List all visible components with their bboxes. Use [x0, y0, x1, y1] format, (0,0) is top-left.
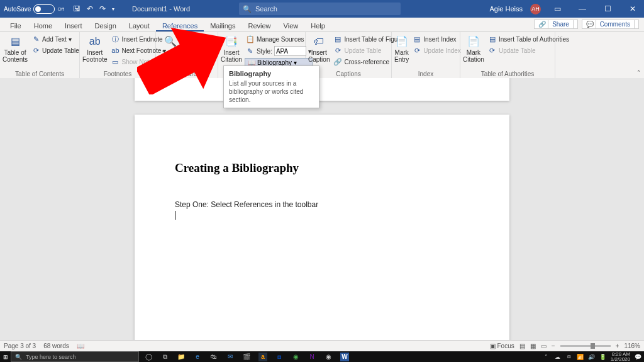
redo-icon[interactable]: ↷	[99, 4, 106, 13]
update-icon: ⟳	[413, 46, 421, 55]
focus-mode-button[interactable]: ▣ Focus	[490, 342, 514, 349]
mark-entry-button[interactable]: 📄 Mark Entry	[394, 34, 409, 69]
onedrive-icon[interactable]: ☁	[554, 354, 562, 360]
doc-heading[interactable]: Creating a Bibliography	[175, 161, 469, 175]
update-icon: ⟳	[488, 46, 497, 55]
group-label: Table of Contents	[3, 69, 77, 79]
spellcheck-icon[interactable]: 📖	[77, 342, 84, 349]
tab-home[interactable]: Home	[28, 20, 58, 31]
comments-button[interactable]: 💬 Comments	[582, 20, 639, 29]
tooltip-title: Bibliography	[229, 70, 314, 77]
toa-icon: ▤	[488, 35, 497, 43]
footnote-icon: ab	[89, 35, 101, 48]
ribbon-options-icon[interactable]: ▭	[548, 4, 566, 13]
tooltip-body: List all your sources in a bibliography …	[229, 79, 314, 104]
endnote-icon: ⓘ	[111, 35, 119, 43]
zoom-level[interactable]: 116%	[624, 342, 640, 349]
taskbar-search[interactable]: 🔍 Type here to search	[11, 351, 139, 362]
index-icon: ▤	[413, 35, 421, 43]
style-input[interactable]	[274, 46, 306, 56]
mail-icon[interactable]: ✉	[226, 353, 235, 361]
tab-design[interactable]: Design	[89, 20, 123, 31]
tab-review[interactable]: Review	[242, 20, 277, 31]
zoom-in-button[interactable]: +	[616, 342, 619, 349]
update-icon: ⟳	[333, 46, 342, 55]
store-icon[interactable]: 🛍	[209, 353, 218, 361]
maximize-icon[interactable]: ☐	[599, 4, 616, 13]
minimize-icon[interactable]: —	[574, 4, 591, 13]
dropbox-icon[interactable]: ⧈	[275, 353, 284, 361]
undo-icon[interactable]: ↶	[87, 4, 93, 13]
mark-citation-button[interactable]: 📄 Mark Citation	[463, 34, 484, 69]
notifications-icon[interactable]: 💬	[634, 354, 641, 360]
svg-marker-0	[137, 25, 231, 94]
read-mode-icon[interactable]: ▤	[519, 342, 525, 349]
tab-help[interactable]: Help	[304, 20, 331, 31]
group-label: Index	[394, 69, 457, 79]
search-icon: 🔍	[15, 354, 22, 360]
web-layout-icon[interactable]: ▭	[541, 342, 547, 349]
volume-icon[interactable]: 🔊	[588, 354, 596, 360]
amazon-icon[interactable]: a	[258, 353, 267, 361]
app-icon[interactable]: ◉	[291, 353, 300, 361]
windows-taskbar: ⊞ 🔍 Type here to search ◯ ⧉ 📁 e 🛍 ✉ 🎬 a …	[0, 351, 644, 362]
zoom-slider[interactable]	[560, 345, 611, 347]
search-box[interactable]: 🔍 Search	[239, 3, 401, 15]
insert-footnote-button[interactable]: ab Insert Footnote	[82, 34, 107, 69]
ribbon-tabs: File Home Insert Design Layout Reference…	[0, 18, 644, 32]
insert-toa-button[interactable]: ▤Insert Table of Authorities	[487, 34, 570, 44]
crossref-icon: 🔗	[333, 57, 342, 66]
tab-view[interactable]: View	[277, 20, 305, 31]
tab-file[interactable]: File	[4, 20, 28, 31]
close-icon[interactable]: ✕	[624, 4, 641, 13]
edge-icon[interactable]: e	[193, 353, 202, 361]
manage-icon: 📋	[246, 35, 255, 43]
document-canvas[interactable]: Creating a Bibliography Step One: Select…	[0, 78, 644, 341]
print-layout-icon[interactable]: ▦	[530, 342, 536, 349]
autosave-toggle[interactable]: AutoSave Off	[4, 4, 64, 14]
status-bar: Page 3 of 3 68 words 📖 ▣ Focus ▤ ▦ ▭ − +…	[0, 340, 644, 351]
dropbox-tray-icon[interactable]: ⧈	[565, 353, 573, 360]
word-count[interactable]: 68 words	[43, 342, 69, 349]
group-label: Captions	[308, 69, 389, 79]
tray-up-icon[interactable]: ˄	[543, 354, 550, 360]
add-text-button[interactable]: ✎Add Text ▾	[30, 34, 80, 44]
next-footnote-icon: ab	[111, 46, 119, 55]
cortana-icon[interactable]: ◯	[144, 353, 153, 361]
user-name[interactable]: Agie Heiss	[489, 5, 523, 13]
citation-style-select[interactable]: ✎Style: ▾	[245, 45, 313, 57]
movies-icon[interactable]: 🎬	[242, 353, 251, 361]
bibliography-tooltip: Bibliography List all your sources in a …	[223, 65, 319, 108]
qat-dropdown-icon[interactable]: ▾	[112, 6, 114, 12]
page-indicator[interactable]: Page 3 of 3	[4, 342, 36, 349]
onenote-icon[interactable]: N	[308, 353, 316, 361]
figures-icon: ▤	[333, 35, 342, 43]
insert-index-button[interactable]: ▤Insert Index	[411, 34, 462, 44]
document-page[interactable]: Creating a Bibliography Step One: Select…	[135, 115, 509, 341]
avatar[interactable]: AH	[530, 4, 541, 14]
wifi-icon[interactable]: 📶	[577, 354, 584, 360]
tab-insert[interactable]: Insert	[58, 20, 89, 31]
word-icon[interactable]: W	[340, 353, 349, 361]
battery-icon[interactable]: 🔋	[599, 354, 607, 360]
start-button[interactable]: ⊞	[0, 351, 11, 362]
manage-sources-button[interactable]: 📋Manage Sources	[245, 34, 313, 44]
table-of-contents-button[interactable]: ▤ Table of Contents	[3, 34, 28, 69]
taskview-icon[interactable]: ⧉	[160, 353, 169, 361]
update-icon: ⟳	[31, 46, 40, 55]
zoom-out-button[interactable]: −	[552, 342, 555, 349]
insert-caption-button[interactable]: 🏷 Insert Caption	[308, 34, 330, 69]
chrome-icon[interactable]: ◉	[324, 353, 333, 361]
update-toa-button[interactable]: ⟳Update Table	[487, 45, 570, 55]
collapse-ribbon-icon[interactable]: ˄	[637, 69, 640, 76]
document-title: Document1 - Word	[132, 5, 190, 13]
mark-citation-icon: 📄	[467, 35, 480, 48]
doc-paragraph[interactable]: Step One: Select References in the toolb…	[175, 200, 469, 209]
text-cursor	[175, 211, 175, 220]
taskbar-clock[interactable]: 8:28 AM 1/2/2020	[611, 352, 630, 362]
update-index-button[interactable]: ⟳Update Index	[411, 45, 462, 55]
save-icon[interactable]: 🖫	[73, 4, 80, 13]
explorer-icon[interactable]: 📁	[177, 353, 186, 361]
update-table-button[interactable]: ⟳Update Table	[30, 45, 80, 55]
share-button[interactable]: 🔗 Share	[534, 20, 577, 29]
